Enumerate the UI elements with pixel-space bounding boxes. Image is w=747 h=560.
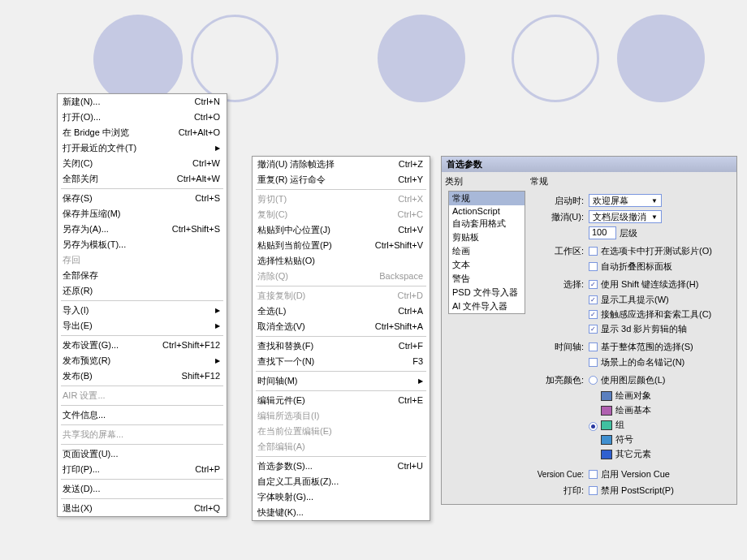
submenu-arrow-icon: ▶ xyxy=(215,304,220,317)
print-label: 打印: xyxy=(530,485,584,497)
settings-title: 常规 xyxy=(530,175,732,187)
menu-item[interactable]: 退出(X)Ctrl+Q xyxy=(58,501,227,516)
chevron-down-icon: ▼ xyxy=(651,213,658,221)
menu-item: 剪切(T)Ctrl+X xyxy=(253,192,430,207)
menu-item[interactable]: 重复(R) 运行命令Ctrl+Y xyxy=(253,172,430,187)
category-item[interactable]: 剪贴板 xyxy=(449,230,525,244)
select-cb3[interactable] xyxy=(589,310,598,319)
bg-circle xyxy=(93,15,183,104)
menu-item: 直接复制(D)Ctrl+D xyxy=(253,288,430,304)
color-swatch[interactable] xyxy=(601,420,612,430)
menu-item[interactable]: 发布设置(G)...Ctrl+Shift+F12 xyxy=(58,338,227,353)
undo-label: 撤消(U): xyxy=(530,211,584,223)
category-item[interactable]: 绘画 xyxy=(449,244,525,258)
undo-levels-label: 层级 xyxy=(620,227,637,239)
menu-item[interactable]: 查找和替换(F)Ctrl+F xyxy=(253,338,430,354)
menu-item[interactable]: 保存并压缩(M) xyxy=(58,206,227,222)
undo-dropdown[interactable]: 文档层级撤消▼ xyxy=(589,210,662,223)
menu-item: 清除(Q)Backspace xyxy=(253,269,430,284)
menu-item: 共享我的屏幕... xyxy=(58,427,227,442)
submenu-arrow-icon: ▶ xyxy=(215,320,220,332)
menu-item[interactable]: 自定义工具面板(Z)... xyxy=(253,474,430,489)
category-label: 类别 xyxy=(445,175,525,187)
workspace-cb2[interactable] xyxy=(589,262,598,271)
menu-item[interactable]: 字体映射(G)... xyxy=(253,489,430,505)
color-swatch[interactable] xyxy=(601,450,612,459)
timeline-label: 时间轴: xyxy=(530,341,584,353)
preferences-panel: 首选参数 类别 常规ActionScript自动套用格式剪贴板绘画文本警告PSD… xyxy=(441,156,737,505)
menu-item[interactable]: 导入(I)▶ xyxy=(58,303,227,318)
highlight-label: 加亮颜色: xyxy=(530,374,584,386)
menu-item[interactable]: 还原(R) xyxy=(58,283,227,299)
category-item[interactable]: PSD 文件导入器 xyxy=(449,286,525,299)
chevron-down-icon: ▼ xyxy=(651,197,658,205)
select-cb1[interactable] xyxy=(589,280,598,289)
bg-circle xyxy=(617,15,705,102)
startup-dropdown[interactable]: 欢迎屏幕▼ xyxy=(589,194,662,207)
highlight-rb1[interactable] xyxy=(589,376,598,385)
category-item[interactable]: 常规 xyxy=(449,192,525,205)
vcue-label: Version Cue: xyxy=(530,470,584,479)
menu-item[interactable]: 全部保存 xyxy=(58,268,227,283)
menu-item[interactable]: 导出(E)▶ xyxy=(58,318,227,334)
print-cb[interactable] xyxy=(589,486,598,495)
menu-item[interactable]: 新建(N)...Ctrl+N xyxy=(58,94,227,110)
menu-item[interactable]: 全选(L)Ctrl+A xyxy=(253,304,430,319)
menu-item[interactable]: 文件信息... xyxy=(58,407,227,423)
category-list[interactable]: 常规ActionScript自动套用格式剪贴板绘画文本警告PSD 文件导入器AI… xyxy=(448,191,525,314)
menu-item: 全部编辑(A) xyxy=(253,439,430,454)
edit-menu: 撤消(U) 清除帧选择Ctrl+Z重复(R) 运行命令Ctrl+Y剪切(T)Ct… xyxy=(252,156,430,521)
highlight-rb2[interactable] xyxy=(589,422,598,431)
menu-item[interactable]: 保存(S)Ctrl+S xyxy=(58,191,227,206)
bg-circle xyxy=(191,15,279,102)
submenu-arrow-icon: ▶ xyxy=(215,142,220,154)
menu-item[interactable]: 编辑元件(E)Ctrl+E xyxy=(253,393,430,408)
category-item[interactable]: AI 文件导入器 xyxy=(449,299,525,313)
menu-item[interactable]: 取消全选(V)Ctrl+Shift+A xyxy=(253,319,430,334)
menu-item: AIR 设置... xyxy=(58,388,227,403)
menu-item: 存回 xyxy=(58,252,227,268)
menu-item[interactable]: 选择性粘贴(O) xyxy=(253,253,430,269)
category-item[interactable]: ActionScript xyxy=(449,205,525,217)
menu-item[interactable]: 打开最近的文件(T)▶ xyxy=(58,140,227,156)
menu-item[interactable]: 打印(P)...Ctrl+P xyxy=(58,462,227,477)
workspace-label: 工作区: xyxy=(530,245,584,257)
select-label: 选择: xyxy=(530,278,584,291)
startup-label: 启动时: xyxy=(530,195,584,207)
menu-item[interactable]: 关闭(C)Ctrl+W xyxy=(58,156,227,171)
select-cb2[interactable] xyxy=(589,295,598,304)
category-item[interactable]: 警告 xyxy=(449,272,525,286)
bg-circle xyxy=(512,15,599,102)
select-cb4[interactable] xyxy=(589,325,598,334)
menu-item: 复制(C)Ctrl+C xyxy=(253,207,430,222)
menu-item[interactable]: 发布预览(R)▶ xyxy=(58,353,227,368)
menu-item[interactable]: 全部关闭Ctrl+Alt+W xyxy=(58,171,227,187)
vcue-cb[interactable] xyxy=(589,470,598,479)
category-item[interactable]: 文本 xyxy=(449,258,525,272)
timeline-cb2[interactable] xyxy=(589,358,598,367)
workspace-cb1[interactable] xyxy=(589,247,598,256)
menu-item[interactable]: 撤消(U) 清除帧选择Ctrl+Z xyxy=(253,157,430,172)
color-swatch[interactable] xyxy=(601,406,612,416)
category-item[interactable]: 自动套用格式 xyxy=(449,217,525,230)
undo-levels-input[interactable]: 100 xyxy=(589,226,616,239)
menu-item[interactable]: 查找下一个(N)F3 xyxy=(253,354,430,369)
menu-item: 在当前位置编辑(E) xyxy=(253,424,430,439)
menu-item[interactable]: 另存为(A)...Ctrl+Shift+S xyxy=(58,222,227,237)
menu-item[interactable]: 首选参数(S)...Ctrl+U xyxy=(253,459,430,474)
menu-item[interactable]: 另存为模板(T)... xyxy=(58,237,227,252)
submenu-arrow-icon: ▶ xyxy=(418,375,423,387)
menu-item[interactable]: 粘贴到当前位置(P)Ctrl+Shift+V xyxy=(253,238,430,253)
menu-item[interactable]: 页面设置(U)... xyxy=(58,446,227,462)
menu-item[interactable]: 发布(B)Shift+F12 xyxy=(58,368,227,384)
menu-item[interactable]: 时间轴(M)▶ xyxy=(253,373,430,389)
color-swatch[interactable] xyxy=(601,435,612,445)
menu-item[interactable]: 在 Bridge 中浏览Ctrl+Alt+O xyxy=(58,125,227,140)
menu-item[interactable]: 打开(O)...Ctrl+O xyxy=(58,110,227,125)
menu-item[interactable]: 粘贴到中心位置(J)Ctrl+V xyxy=(253,222,430,238)
color-swatch[interactable] xyxy=(601,391,612,401)
menu-item[interactable]: 快捷键(K)... xyxy=(253,505,430,520)
submenu-arrow-icon: ▶ xyxy=(215,355,220,367)
menu-item[interactable]: 发送(D)... xyxy=(58,481,227,497)
timeline-cb1[interactable] xyxy=(589,342,598,351)
